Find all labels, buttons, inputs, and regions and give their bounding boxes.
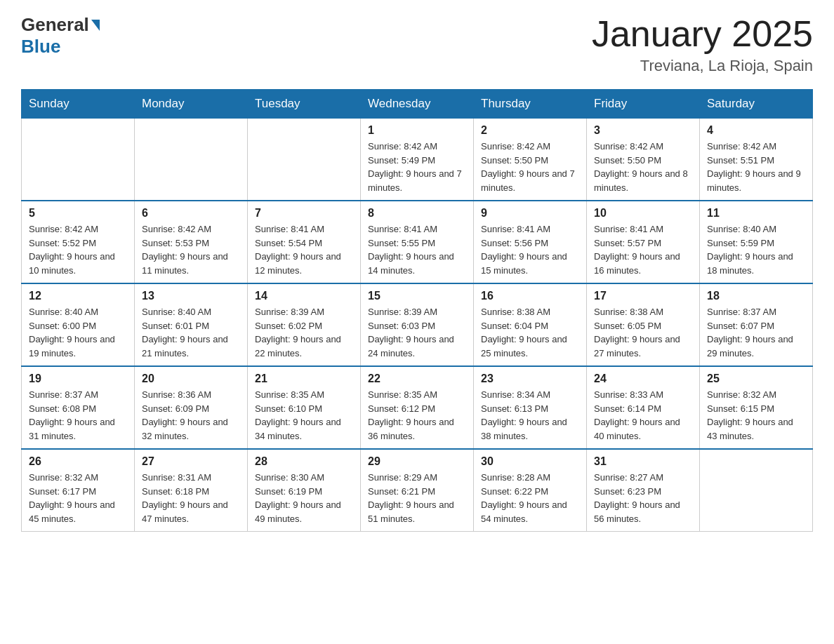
calendar-cell: 20Sunrise: 8:36 AM Sunset: 6:09 PM Dayli… [135,366,248,449]
day-number: 21 [255,373,353,385]
logo-general-text: General [21,14,89,36]
day-detail: Sunrise: 8:37 AM Sunset: 6:07 PM Dayligh… [707,305,805,360]
day-detail: Sunrise: 8:42 AM Sunset: 5:52 PM Dayligh… [29,222,127,277]
day-detail: Sunrise: 8:41 AM Sunset: 5:54 PM Dayligh… [255,222,353,277]
day-detail: Sunrise: 8:34 AM Sunset: 6:13 PM Dayligh… [481,388,579,443]
day-detail: Sunrise: 8:41 AM Sunset: 5:55 PM Dayligh… [368,222,466,277]
calendar-cell: 15Sunrise: 8:39 AM Sunset: 6:03 PM Dayli… [361,283,474,366]
page-header: General Blue January 2025 Treviana, La R… [21,14,813,75]
title-block: January 2025 Treviana, La Rioja, Spain [592,14,813,75]
day-number: 23 [481,373,579,385]
day-header-thursday: Thursday [474,90,587,119]
calendar-cell: 23Sunrise: 8:34 AM Sunset: 6:13 PM Dayli… [474,366,587,449]
day-number: 7 [255,207,353,220]
day-detail: Sunrise: 8:37 AM Sunset: 6:08 PM Dayligh… [29,388,127,443]
day-detail: Sunrise: 8:29 AM Sunset: 6:21 PM Dayligh… [368,471,466,525]
day-header-friday: Friday [587,90,700,119]
calendar-cell: 9Sunrise: 8:41 AM Sunset: 5:56 PM Daylig… [474,201,587,283]
day-detail: Sunrise: 8:35 AM Sunset: 6:12 PM Dayligh… [368,388,466,443]
calendar-cell: 17Sunrise: 8:38 AM Sunset: 6:05 PM Dayli… [587,283,700,366]
calendar-cell: 6Sunrise: 8:42 AM Sunset: 5:53 PM Daylig… [135,201,248,283]
day-detail: Sunrise: 8:30 AM Sunset: 6:19 PM Dayligh… [255,471,353,525]
location-title: Treviana, La Rioja, Spain [592,57,813,75]
calendar-cell: 30Sunrise: 8:28 AM Sunset: 6:22 PM Dayli… [474,449,587,532]
day-header-tuesday: Tuesday [248,90,361,119]
calendar-cell: 26Sunrise: 8:32 AM Sunset: 6:17 PM Dayli… [22,449,135,532]
day-detail: Sunrise: 8:27 AM Sunset: 6:23 PM Dayligh… [594,471,692,525]
days-of-week-row: SundayMondayTuesdayWednesdayThursdayFrid… [22,90,813,119]
day-detail: Sunrise: 8:38 AM Sunset: 6:05 PM Dayligh… [594,305,692,360]
calendar-cell: 1Sunrise: 8:42 AM Sunset: 5:49 PM Daylig… [361,119,474,201]
calendar-cell: 4Sunrise: 8:42 AM Sunset: 5:51 PM Daylig… [700,119,813,201]
calendar-cell [22,119,135,201]
calendar-cell [248,119,361,201]
day-number: 15 [368,290,466,302]
calendar-cell: 22Sunrise: 8:35 AM Sunset: 6:12 PM Dayli… [361,366,474,449]
calendar-cell: 21Sunrise: 8:35 AM Sunset: 6:10 PM Dayli… [248,366,361,449]
day-detail: Sunrise: 8:42 AM Sunset: 5:49 PM Dayligh… [368,140,466,194]
calendar-cell: 13Sunrise: 8:40 AM Sunset: 6:01 PM Dayli… [135,283,248,366]
day-number: 14 [255,290,353,302]
day-detail: Sunrise: 8:42 AM Sunset: 5:53 PM Dayligh… [142,222,240,277]
day-number: 19 [29,373,127,385]
calendar-cell: 14Sunrise: 8:39 AM Sunset: 6:02 PM Dayli… [248,283,361,366]
calendar-cell: 5Sunrise: 8:42 AM Sunset: 5:52 PM Daylig… [22,201,135,283]
day-detail: Sunrise: 8:32 AM Sunset: 6:17 PM Dayligh… [29,471,127,525]
day-header-sunday: Sunday [22,90,135,119]
day-detail: Sunrise: 8:42 AM Sunset: 5:50 PM Dayligh… [594,140,692,194]
day-header-wednesday: Wednesday [361,90,474,119]
day-number: 30 [481,455,579,468]
day-number: 5 [29,207,127,220]
day-detail: Sunrise: 8:31 AM Sunset: 6:18 PM Dayligh… [142,471,240,525]
calendar-cell: 8Sunrise: 8:41 AM Sunset: 5:55 PM Daylig… [361,201,474,283]
calendar-cell: 18Sunrise: 8:37 AM Sunset: 6:07 PM Dayli… [700,283,813,366]
day-number: 9 [481,207,579,220]
logo-blue-text: Blue [21,36,60,58]
day-detail: Sunrise: 8:39 AM Sunset: 6:03 PM Dayligh… [368,305,466,360]
week-row-2: 5Sunrise: 8:42 AM Sunset: 5:52 PM Daylig… [22,201,813,283]
day-detail: Sunrise: 8:40 AM Sunset: 6:01 PM Dayligh… [142,305,240,360]
day-header-saturday: Saturday [700,90,813,119]
calendar-cell: 16Sunrise: 8:38 AM Sunset: 6:04 PM Dayli… [474,283,587,366]
day-detail: Sunrise: 8:40 AM Sunset: 6:00 PM Dayligh… [29,305,127,360]
calendar-cell: 10Sunrise: 8:41 AM Sunset: 5:57 PM Dayli… [587,201,700,283]
calendar-cell: 27Sunrise: 8:31 AM Sunset: 6:18 PM Dayli… [135,449,248,532]
day-detail: Sunrise: 8:41 AM Sunset: 5:57 PM Dayligh… [594,222,692,277]
calendar-cell: 28Sunrise: 8:30 AM Sunset: 6:19 PM Dayli… [248,449,361,532]
calendar-cell: 29Sunrise: 8:29 AM Sunset: 6:21 PM Dayli… [361,449,474,532]
calendar-cell: 3Sunrise: 8:42 AM Sunset: 5:50 PM Daylig… [587,119,700,201]
calendar-cell: 12Sunrise: 8:40 AM Sunset: 6:00 PM Dayli… [22,283,135,366]
day-number: 12 [29,290,127,302]
day-number: 16 [481,290,579,302]
day-number: 2 [481,124,579,137]
day-detail: Sunrise: 8:28 AM Sunset: 6:22 PM Dayligh… [481,471,579,525]
calendar-cell: 19Sunrise: 8:37 AM Sunset: 6:08 PM Dayli… [22,366,135,449]
day-number: 26 [29,455,127,468]
day-number: 10 [594,207,692,220]
day-detail: Sunrise: 8:42 AM Sunset: 5:51 PM Dayligh… [707,140,805,194]
day-detail: Sunrise: 8:39 AM Sunset: 6:02 PM Dayligh… [255,305,353,360]
day-detail: Sunrise: 8:42 AM Sunset: 5:50 PM Dayligh… [481,140,579,194]
month-title: January 2025 [592,14,813,54]
day-number: 1 [368,124,466,137]
logo-arrow-icon [91,20,100,31]
week-row-1: 1Sunrise: 8:42 AM Sunset: 5:49 PM Daylig… [22,119,813,201]
day-number: 18 [707,290,805,302]
calendar-cell [135,119,248,201]
day-number: 11 [707,207,805,220]
calendar-cell [700,449,813,532]
day-number: 13 [142,290,240,302]
day-number: 3 [594,124,692,137]
day-detail: Sunrise: 8:38 AM Sunset: 6:04 PM Dayligh… [481,305,579,360]
day-detail: Sunrise: 8:36 AM Sunset: 6:09 PM Dayligh… [142,388,240,443]
week-row-4: 19Sunrise: 8:37 AM Sunset: 6:08 PM Dayli… [22,366,813,449]
logo: General Blue [21,14,102,58]
day-detail: Sunrise: 8:41 AM Sunset: 5:56 PM Dayligh… [481,222,579,277]
day-number: 22 [368,373,466,385]
day-detail: Sunrise: 8:40 AM Sunset: 5:59 PM Dayligh… [707,222,805,277]
day-number: 17 [594,290,692,302]
week-row-3: 12Sunrise: 8:40 AM Sunset: 6:00 PM Dayli… [22,283,813,366]
calendar-cell: 24Sunrise: 8:33 AM Sunset: 6:14 PM Dayli… [587,366,700,449]
day-number: 29 [368,455,466,468]
day-header-monday: Monday [135,90,248,119]
